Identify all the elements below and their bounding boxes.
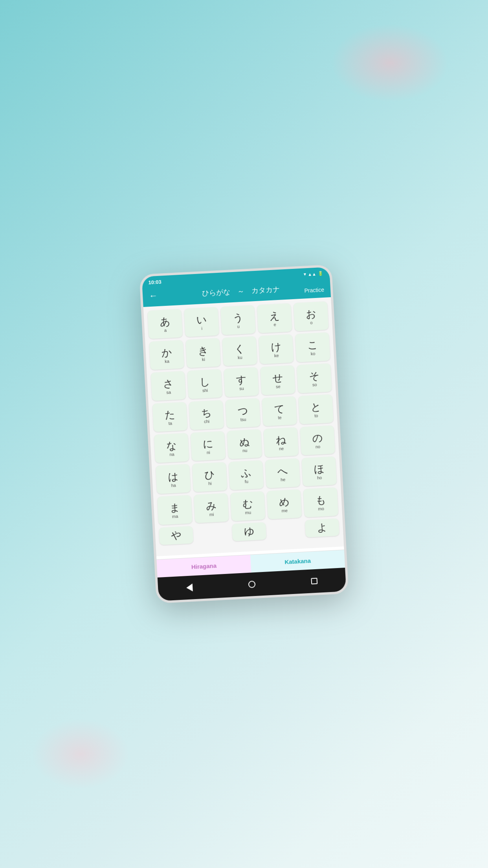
char-jp: め — [279, 497, 290, 507]
char-romaji: hi — [208, 481, 212, 485]
char-romaji: se — [276, 384, 281, 389]
char-romaji: tsu — [240, 417, 246, 422]
char-cell-ne[interactable]: ねne — [263, 427, 299, 457]
char-romaji: ke — [274, 353, 279, 358]
char-romaji: me — [281, 508, 288, 513]
partial-row: やゆよ — [159, 519, 340, 556]
content-area: あaいiうuえeおoかkaきkiくkuけkeこkoさsaしshiすsuせseそs… — [143, 297, 344, 556]
char-cell-shi[interactable]: しshi — [187, 369, 222, 399]
char-jp: ぬ — [239, 436, 250, 447]
char-romaji: to — [314, 413, 318, 418]
char-cell-ho[interactable]: ほho — [301, 456, 337, 486]
char-jp: お — [305, 308, 316, 319]
char-jp: よ — [317, 522, 328, 533]
char-romaji: ni — [207, 450, 210, 454]
char-cell-o[interactable]: おo — [294, 301, 329, 331]
char-cell-so[interactable]: そso — [297, 363, 332, 393]
char-romaji: te — [278, 415, 282, 419]
char-jp: ち — [201, 407, 212, 418]
char-cell-to[interactable]: とto — [298, 394, 334, 424]
char-cell-ko[interactable]: こko — [295, 332, 330, 362]
char-jp: は — [167, 471, 178, 482]
char-jp: さ — [163, 378, 174, 389]
back-nav-button[interactable] — [183, 581, 196, 594]
char-jp: も — [315, 495, 326, 505]
char-cell-tsu[interactable]: つtsu — [225, 398, 261, 428]
char-romaji: fu — [244, 479, 248, 484]
char-cell-mi[interactable]: みmi — [194, 493, 229, 523]
char-cell-su[interactable]: すsu — [224, 367, 259, 397]
char-cell-hi[interactable]: ひhi — [192, 462, 227, 492]
char-cell-chi[interactable]: ちchi — [189, 400, 224, 430]
char-romaji: ma — [172, 514, 178, 519]
char-cell-ku[interactable]: くku — [222, 336, 257, 366]
char-romaji: sa — [166, 390, 171, 395]
char-romaji: ta — [168, 421, 172, 425]
char-jp: や — [171, 530, 182, 541]
char-cell-ke[interactable]: けke — [259, 334, 294, 364]
char-jp: の — [312, 432, 323, 443]
char-jp: つ — [237, 405, 248, 416]
char-jp: な — [166, 440, 177, 451]
signal-icon: ▲▲ — [308, 271, 316, 276]
char-romaji: e — [273, 322, 276, 327]
recents-nav-button[interactable] — [308, 574, 321, 588]
char-jp: ひ — [204, 469, 215, 480]
char-jp: ほ — [314, 463, 325, 474]
char-romaji: u — [237, 324, 240, 329]
phone-frame: 10:03 ▾ ▲▲ 🔋 ← ひらがな ～ カタカナ Practice あaいi… — [139, 265, 349, 603]
char-jp: み — [205, 500, 216, 511]
char-jp: け — [270, 341, 281, 352]
char-cell-ta[interactable]: たta — [152, 402, 188, 432]
char-cell-ma[interactable]: まma — [157, 495, 193, 525]
char-cell-te[interactable]: てte — [262, 396, 297, 426]
char-cell-ka[interactable]: かka — [149, 340, 184, 370]
char-cell-me[interactable]: めme — [267, 489, 302, 519]
char-cell-sa[interactable]: さsa — [151, 371, 186, 401]
char-jp: え — [269, 310, 280, 321]
char-cell-fu[interactable]: ふfu — [229, 460, 264, 490]
char-cell-partial-ya[interactable]: や — [159, 526, 193, 545]
char-cell-ki[interactable]: きki — [185, 338, 221, 368]
char-romaji: su — [239, 386, 244, 391]
char-romaji: mi — [209, 512, 214, 517]
char-cell-no[interactable]: のno — [300, 425, 335, 455]
char-cell-na[interactable]: なna — [154, 433, 189, 463]
char-cell-nu[interactable]: ぬnu — [227, 429, 262, 459]
char-romaji: na — [169, 452, 174, 457]
char-jp: き — [198, 345, 209, 356]
char-cell-i[interactable]: いi — [184, 307, 219, 337]
char-jp: し — [199, 376, 210, 387]
char-romaji: no — [315, 444, 320, 449]
char-cell-partial-yo[interactable]: よ — [305, 519, 339, 537]
status-time: 10:03 — [148, 279, 161, 285]
char-cell-mo[interactable]: もmo — [303, 487, 339, 517]
char-cell-partial-yu[interactable]: ゆ — [232, 522, 266, 541]
char-jp: た — [164, 409, 175, 420]
char-cell-ni[interactable]: にni — [191, 431, 226, 461]
character-grid: あaいiうuえeおoかkaきkiくkuけkeこkoさsaしshiすsuせseそs… — [147, 301, 338, 525]
home-nav-button[interactable] — [245, 578, 259, 591]
practice-button[interactable]: Practice — [304, 287, 324, 294]
char-jp: あ — [160, 316, 171, 327]
char-cell-ha[interactable]: はha — [156, 464, 191, 494]
char-cell-empty — [195, 524, 231, 554]
char-cell-a[interactable]: あa — [147, 309, 183, 339]
char-jp: せ — [272, 372, 283, 383]
char-cell-se[interactable]: せse — [260, 365, 295, 395]
char-romaji: chi — [204, 419, 210, 424]
char-romaji: mu — [245, 510, 251, 515]
char-jp: う — [232, 312, 243, 323]
char-cell-he[interactable]: へhe — [265, 458, 301, 488]
char-romaji: so — [312, 382, 317, 387]
char-romaji: ku — [238, 355, 242, 360]
back-button[interactable]: ← — [149, 291, 158, 301]
char-cell-e[interactable]: えe — [257, 303, 292, 333]
char-romaji: shi — [202, 388, 208, 393]
char-cell-u[interactable]: うu — [220, 305, 256, 335]
char-jp: む — [242, 498, 253, 509]
char-romaji: ki — [202, 357, 205, 361]
char-cell-mu[interactable]: むmu — [230, 491, 266, 521]
char-jp: と — [310, 401, 321, 412]
char-romaji: mo — [318, 506, 324, 511]
